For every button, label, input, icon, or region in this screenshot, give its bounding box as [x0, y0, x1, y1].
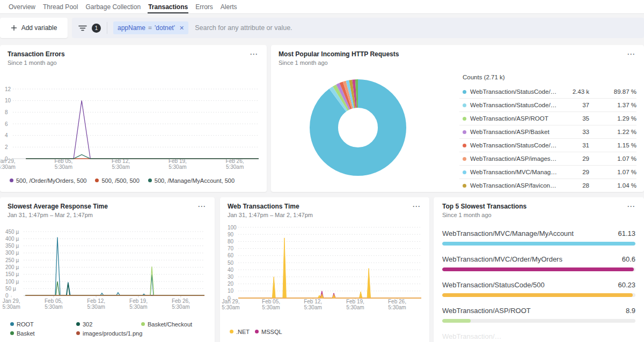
panel-http-requests: Most Popular Incoming HTTP Requests Sinc…	[271, 45, 644, 192]
svg-text:Feb 05,: Feb 05,	[262, 299, 280, 304]
transaction-name: WebTransaction/ASP/favicon.ico	[470, 182, 557, 189]
svg-text:Jan 29,: Jan 29,	[3, 298, 20, 304]
table-row[interactable]: WebTransaction/StatusCode/302311.15 %	[459, 139, 636, 152]
percent-value: 1.29 %	[589, 115, 636, 122]
panel-title: Transaction Errors	[8, 50, 65, 58]
svg-text:5:30am: 5:30am	[222, 304, 239, 310]
tab-overview[interactable]: Overview	[5, 0, 39, 13]
transaction-name: WebTransaction/…	[442, 332, 635, 340]
svg-text:Feb 26,: Feb 26,	[172, 298, 190, 304]
legend-item[interactable]: Basket/Checkout	[141, 319, 211, 329]
series-color-dot	[10, 322, 14, 326]
svg-text:250 µ: 250 µ	[5, 257, 19, 263]
legend-item[interactable]: 500, /Manage/MyAccount, 500	[148, 176, 235, 185]
chip-close-icon[interactable]: ✕	[179, 25, 184, 32]
count-value: 33	[557, 129, 589, 135]
svg-text:100: 100	[228, 225, 237, 231]
legend-label: MSSQL	[261, 329, 282, 335]
panel-header: Top 5 Slowest Transactions Since 1 month…	[442, 203, 526, 218]
series-color-dot	[95, 179, 99, 182]
bar-track	[442, 319, 635, 323]
table-row[interactable]: WebTransaction/MVC/Manage/MyAccou...291.…	[459, 166, 636, 179]
panel-subtitle: Since 1 month ago	[279, 60, 399, 66]
panel-menu-button[interactable]: ⋯	[627, 49, 635, 59]
table-row[interactable]: WebTransaction/ASP/ROOT351.29 %	[459, 112, 636, 125]
panel-menu-button[interactable]: ⋯	[250, 49, 258, 59]
series-color-dot	[10, 331, 14, 335]
top5-row[interactable]: WebTransaction/…	[442, 332, 635, 340]
panel-title: Web Transactions Time	[228, 203, 313, 210]
table-rows: WebTransaction/StatusCode/3042.43 k89.87…	[459, 85, 636, 192]
svg-text:5:30am: 5:30am	[262, 304, 280, 310]
transaction-name: WebTransaction/StatusCode/302	[470, 142, 557, 148]
panel-title: Top 5 Slowest Transactions	[442, 203, 526, 210]
tab-garbage-collection[interactable]: Garbage Collection	[82, 0, 144, 13]
svg-text:70: 70	[228, 246, 234, 251]
panel-menu-button[interactable]: ⋯	[197, 202, 206, 211]
svg-text:5:30am: 5:30am	[226, 164, 244, 170]
legend-item[interactable]: 500, /500, 500	[95, 176, 139, 185]
search-input[interactable]	[194, 24, 638, 32]
panel-menu-button[interactable]: ⋯	[412, 202, 421, 211]
svg-text:40: 40	[228, 267, 234, 273]
legend-item[interactable]: MSSQL	[255, 327, 282, 336]
transaction-errors-chart: 121086420Jan 29,5:30amFeb 05,5:30amFeb 1…	[0, 78, 267, 176]
svg-text:2: 2	[5, 144, 8, 150]
svg-text:150 µ: 150 µ	[5, 271, 19, 277]
filter-chip[interactable]: appName = 'dotnet' ✕	[113, 21, 188, 34]
legend-label: 500, /Order/MyOrders, 500	[16, 177, 86, 184]
series-color-dot	[463, 144, 466, 147]
svg-text:Feb 05,: Feb 05,	[45, 298, 63, 304]
tab-errors[interactable]: Errors	[192, 0, 217, 13]
panel-subtitle: Since 1 month ago	[8, 60, 65, 66]
bar-fill	[442, 319, 471, 323]
add-variable-button[interactable]: Add variable	[0, 18, 68, 38]
legend-item[interactable]: ROOT	[10, 319, 76, 329]
svg-text:60: 60	[228, 252, 234, 258]
table-row[interactable]: WebTransaction/ASP/images/cart.png291.07…	[459, 152, 636, 166]
legend-item[interactable]: Basket	[10, 329, 76, 338]
panel-header: Web Transactions Time Jan 31, 1:47pm – M…	[228, 203, 313, 218]
svg-text:90: 90	[228, 232, 234, 237]
svg-text:10: 10	[5, 98, 11, 103]
legend-item[interactable]: images/products/1.png	[76, 329, 142, 338]
top5-row[interactable]: WebTransaction/MVC/Manage/MyAccount61.13	[442, 229, 635, 246]
table-row[interactable]: WebTransaction/ASP/favicon.ico281.04 %	[459, 179, 636, 192]
panel-subtitle: Jan 31, 1:47pm – Mar 2, 1:47pm	[8, 212, 108, 218]
table-row[interactable]: WebTransaction/StatusCode/404371.37 %	[459, 99, 636, 112]
divider	[107, 22, 107, 34]
legend-label: 500, /Manage/MyAccount, 500	[155, 177, 235, 184]
legend-item[interactable]: 302	[76, 319, 141, 329]
panel-title: Slowest Average Response Time	[8, 203, 108, 210]
panel-header: Most Popular Incoming HTTP Requests Sinc…	[279, 50, 399, 66]
svg-text:400 µ: 400 µ	[5, 236, 19, 242]
filter-search-bar[interactable]: 1 appName = 'dotnet' ✕	[72, 18, 644, 38]
svg-text:20: 20	[228, 281, 234, 287]
panel-web-transactions: Web Transactions Time Jan 31, 1:47pm – M…	[220, 197, 429, 342]
tab-transactions[interactable]: Transactions	[144, 0, 192, 13]
legend-label: 500, /500, 500	[101, 177, 139, 184]
legend-item[interactable]: 500, /Order/MyOrders, 500	[10, 176, 86, 185]
tab-alerts[interactable]: Alerts	[217, 0, 241, 13]
transaction-name: WebTransaction/StatusCode/404	[470, 102, 557, 108]
http-requests-donut-chart	[304, 74, 412, 181]
count-value: 31	[557, 142, 589, 148]
chart-legend: .NETMSSQL	[220, 327, 429, 336]
top5-row[interactable]: WebTransaction/ASP/ROOT8.9	[442, 307, 635, 323]
panel-header: Transaction Errors Since 1 month ago	[8, 50, 65, 66]
count-value: 29	[557, 169, 589, 175]
svg-text:10: 10	[228, 288, 234, 294]
legend-item[interactable]: .NET	[230, 327, 250, 336]
panel-menu-button[interactable]: ⋯	[627, 202, 635, 211]
series-color-dot	[255, 330, 259, 333]
count-value: 37	[557, 102, 589, 108]
top5-row[interactable]: WebTransaction/MVC/Order/MyOrders60.6	[442, 255, 635, 271]
transaction-name: WebTransaction/ASP/images/cart.png	[470, 155, 557, 162]
top5-row[interactable]: WebTransaction/StatusCode/50060.23	[442, 281, 635, 297]
tab-thread-pool[interactable]: Thread Pool	[39, 0, 82, 13]
chart-legend: 500, /Order/MyOrders, 500500, /500, 5005…	[0, 176, 267, 185]
table-row[interactable]: WebTransaction/ASP/Basket331.22 %	[459, 125, 636, 139]
table-row[interactable]: WebTransaction/StatusCode/3042.43 k89.87…	[459, 85, 636, 99]
legend-label: images/products/1.png	[83, 330, 142, 337]
svg-text:5:30am: 5:30am	[346, 304, 364, 310]
